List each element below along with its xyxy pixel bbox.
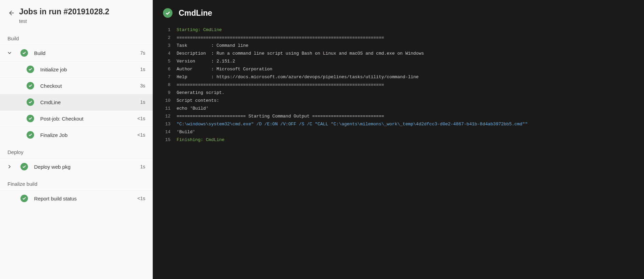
chevron-right-icon [8, 163, 17, 170]
job-row-finalize[interactable]: Report build status <1s [0, 190, 153, 207]
task-duration: 3s [134, 83, 145, 88]
log-pane: CmdLine 1Starting: CmdLine2=============… [153, 0, 644, 279]
task-row[interactable]: Initialize job 1s [0, 61, 153, 78]
log-line: 3Task : Command line [153, 42, 644, 50]
stage-label: Build [0, 29, 153, 45]
log-line: 7Help : https://docs.microsoft.com/azure… [153, 73, 644, 81]
task-row[interactable]: Finalize Job <1s [0, 127, 153, 143]
job-label: Report build status [34, 196, 134, 201]
log-line: 4Description : Run a command line script… [153, 50, 644, 57]
line-text: Version : 2.151.2 [177, 57, 235, 65]
task-label: CmdLine [40, 99, 134, 105]
line-text: 'Build' [177, 128, 195, 136]
task-label: Checkout [40, 83, 134, 89]
log-line: 5Version : 2.151.2 [153, 57, 644, 65]
task-label: Initialize job [40, 67, 134, 72]
check-icon [27, 98, 34, 106]
line-number: 4 [153, 50, 177, 57]
log-line: 11echo 'Build' [153, 104, 644, 112]
check-icon [20, 195, 28, 202]
line-number: 5 [153, 57, 177, 65]
check-icon [27, 66, 34, 73]
line-text: Generating script. [177, 89, 224, 97]
log-line: 13"C:\windows\system32\cmd.exe" /D /E:ON… [153, 120, 644, 128]
task-duration: <1s [134, 116, 145, 121]
line-number: 9 [153, 89, 177, 97]
check-icon [27, 115, 34, 122]
line-number: 7 [153, 73, 177, 81]
line-number: 15 [153, 136, 177, 144]
sidebar-header: Jobs in run #20191028.2 test [0, 0, 153, 29]
task-title: CmdLine [179, 9, 212, 18]
line-text: echo 'Build' [177, 104, 209, 112]
line-text: Script contents: [177, 97, 219, 104]
job-duration: 7s [134, 50, 145, 56]
job-duration: 1s [134, 164, 145, 169]
line-number: 2 [153, 34, 177, 42]
jobs-sidebar: Jobs in run #20191028.2 test Build Build… [0, 0, 153, 279]
line-text: "C:\windows\system32\cmd.exe" /D /E:ON /… [177, 120, 528, 128]
line-text: Help : https://docs.microsoft.com/azure/… [177, 73, 419, 81]
line-number: 11 [153, 104, 177, 112]
line-text: ========================== Starting Comm… [177, 112, 384, 120]
task-duration: 1s [134, 99, 145, 105]
job-row-build[interactable]: Build 7s [0, 45, 153, 61]
line-number: 3 [153, 42, 177, 50]
line-number: 8 [153, 81, 177, 89]
page-subtitle: test [19, 18, 109, 24]
stage-label: Finalize build [0, 175, 153, 190]
log-viewer[interactable]: 1Starting: CmdLine2=====================… [153, 24, 644, 279]
line-number: 6 [153, 65, 177, 73]
log-line: 6Author : Microsoft Corporation [153, 65, 644, 73]
line-number: 14 [153, 128, 177, 136]
job-label: Deploy web pkg [34, 164, 134, 170]
job-row-deploy[interactable]: Deploy web pkg 1s [0, 158, 153, 175]
task-label: Post-job: Checkout [40, 116, 134, 122]
log-line: 1Starting: CmdLine [153, 26, 644, 34]
check-icon [27, 82, 34, 89]
task-duration: 1s [134, 67, 145, 72]
log-line: 9Generating script. [153, 89, 644, 97]
line-text: Starting: CmdLine [177, 26, 222, 34]
check-icon [163, 8, 173, 18]
line-text: ========================================… [177, 34, 384, 42]
task-duration: <1s [134, 132, 145, 138]
task-row[interactable]: Post-job: Checkout <1s [0, 110, 153, 127]
log-header: CmdLine [153, 0, 644, 24]
check-icon [20, 163, 28, 170]
line-text: Description : Run a command line script … [177, 50, 424, 57]
check-icon [27, 131, 34, 139]
job-duration: <1s [134, 196, 145, 201]
log-line: 10Script contents: [153, 97, 644, 104]
line-text: Finishing: CmdLine [177, 136, 224, 144]
log-line: 8=======================================… [153, 81, 644, 89]
log-line: 14'Build' [153, 128, 644, 136]
check-icon [20, 49, 28, 57]
line-number: 12 [153, 112, 177, 120]
line-text: Task : Command line [177, 42, 249, 50]
line-number: 1 [153, 26, 177, 34]
page-title: Jobs in run #20191028.2 [19, 7, 109, 17]
task-label: Finalize Job [40, 132, 134, 138]
task-row-selected[interactable]: CmdLine 1s [0, 94, 153, 110]
log-line: 15Finishing: CmdLine [153, 136, 644, 144]
stage-label: Deploy [0, 143, 153, 158]
task-row[interactable]: Checkout 3s [0, 78, 153, 94]
line-number: 10 [153, 97, 177, 104]
log-line: 2=======================================… [153, 34, 644, 42]
chevron-down-icon [8, 50, 17, 56]
log-line: 12========================== Starting Co… [153, 112, 644, 120]
line-text: ========================================… [177, 81, 384, 89]
job-label: Build [34, 50, 134, 56]
line-text: Author : Microsoft Corporation [177, 65, 272, 73]
back-arrow-icon[interactable] [8, 10, 14, 18]
line-number: 13 [153, 120, 177, 128]
